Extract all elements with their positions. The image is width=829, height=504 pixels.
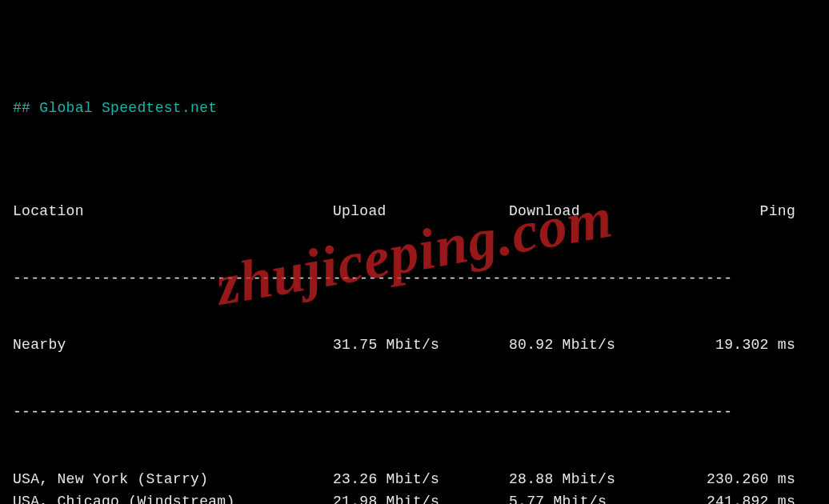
nearby-label: Nearby bbox=[13, 334, 333, 357]
cell-upload: 21.98 Mbit/s bbox=[333, 491, 509, 504]
results-body: USA, New York (Starry)23.26 Mbit/s28.88 … bbox=[13, 469, 816, 504]
cell-ping: 230.260 ms bbox=[685, 469, 816, 491]
section-title: ## Global Speedtest.net bbox=[13, 98, 816, 120]
nearby-upload: 31.75 Mbit/s bbox=[333, 334, 509, 357]
table-row: USA, New York (Starry)23.26 Mbit/s28.88 … bbox=[13, 469, 816, 491]
cell-download: 28.88 Mbit/s bbox=[509, 469, 685, 491]
col-header-ping: Ping bbox=[685, 201, 816, 223]
col-header-location: Location bbox=[13, 201, 333, 223]
cell-upload: 23.26 Mbit/s bbox=[333, 469, 509, 491]
nearby-row: Nearby 31.75 Mbit/s 80.92 Mbit/s 19.302 … bbox=[13, 334, 816, 357]
watermark-text: zhujiceping.com bbox=[210, 174, 620, 331]
cell-location: USA, New York (Starry) bbox=[13, 469, 333, 491]
separator-line: ----------------------------------------… bbox=[13, 268, 805, 290]
nearby-download: 80.92 Mbit/s bbox=[509, 334, 685, 357]
table-row: USA, Chicago (Windstream)21.98 Mbit/s5.7… bbox=[13, 491, 816, 504]
cell-download: 5.77 Mbit/s bbox=[509, 491, 685, 504]
cell-ping: 241.892 ms bbox=[685, 491, 816, 504]
separator-line: ----------------------------------------… bbox=[13, 402, 805, 424]
table-header-row: Location Upload Download Ping bbox=[13, 201, 816, 223]
nearby-ping: 19.302 ms bbox=[685, 334, 816, 357]
col-header-download: Download bbox=[509, 201, 685, 223]
cell-location: USA, Chicago (Windstream) bbox=[13, 491, 333, 504]
col-header-upload: Upload bbox=[333, 201, 509, 223]
